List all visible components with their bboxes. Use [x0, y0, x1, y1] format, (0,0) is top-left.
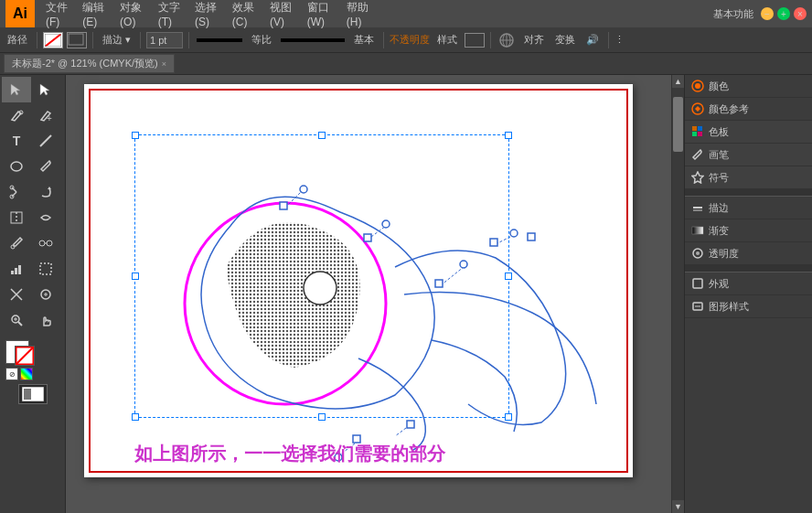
- eyedropper-tool[interactable]: [2, 230, 31, 256]
- panel-stroke[interactable]: 描边: [685, 197, 812, 219]
- pen-tool[interactable]: [2, 102, 31, 128]
- stroke-swatch[interactable]: [15, 346, 35, 366]
- scroll-up-btn[interactable]: ▲: [672, 75, 685, 88]
- graphic-styles-icon: [690, 299, 705, 314]
- panel-transparency[interactable]: 透明度: [685, 242, 812, 265]
- tool-row-5: [2, 179, 63, 205]
- color-icon[interactable]: [20, 368, 33, 380]
- minimize-button[interactable]: −: [761, 7, 774, 20]
- menu-object[interactable]: 对象(O): [114, 0, 151, 30]
- menu-window[interactable]: 窗口(W): [302, 0, 339, 30]
- panel-symbols-label: 符号: [709, 171, 729, 185]
- toolbar-sep-6: [490, 32, 491, 48]
- svg-line-13: [12, 187, 16, 192]
- ellipse-tool[interactable]: [2, 154, 31, 179]
- path-label: 路径: [4, 31, 31, 48]
- panel-color-ref[interactable]: 颜色参考: [685, 98, 812, 121]
- color-ref-icon: [690, 102, 705, 116]
- stroke-type-dropdown[interactable]: 描边 ▾: [99, 31, 134, 48]
- close-button[interactable]: ×: [794, 7, 807, 20]
- color-mode-icons: ⊘: [5, 368, 33, 380]
- panel-symbols[interactable]: 符号: [685, 166, 812, 189]
- slice-tool[interactable]: [2, 282, 31, 307]
- opacity-label[interactable]: 不透明度: [390, 33, 430, 47]
- svg-point-64: [695, 83, 700, 89]
- document-tab[interactable]: 未标题-2* @ 121% (CMYK/预览) ×: [4, 54, 175, 73]
- tab-title: 未标题-2* @ 121% (CMYK/预览): [12, 57, 158, 70]
- menu-edit[interactable]: 编辑(E): [77, 0, 112, 30]
- fill-color-box[interactable]: [67, 32, 87, 48]
- scissors-tool[interactable]: [2, 179, 31, 205]
- scroll-down-btn[interactable]: ▼: [672, 500, 685, 513]
- panel-color-ref-label: 颜色参考: [709, 102, 749, 116]
- menu-bar: 文件(F) 编辑(E) 对象(O) 文字(T) 选择(S) 效果(C) 视图(V…: [40, 0, 377, 30]
- screen-mode-btn[interactable]: [18, 384, 48, 404]
- panel-appearance-label: 外观: [709, 277, 729, 291]
- stroke-color-box[interactable]: [43, 32, 63, 48]
- warp-tool[interactable]: [31, 205, 60, 230]
- direct-select-tool[interactable]: [31, 77, 60, 102]
- zoom-tool[interactable]: [2, 307, 31, 333]
- style-label[interactable]: 样式: [433, 31, 461, 48]
- svg-point-59: [382, 220, 390, 228]
- svg-rect-73: [692, 227, 703, 234]
- panel-gradient[interactable]: 渐变: [685, 219, 812, 242]
- transform-label[interactable]: 变换: [551, 31, 579, 48]
- paintbrush-tool[interactable]: [31, 154, 60, 179]
- color-icon: [690, 79, 705, 93]
- main-toolbar: 路径 描边 ▾ 等比 基本 不透明度 样式 对齐 变换 🔊 ⋮: [0, 27, 812, 53]
- stroke-preview-long: [281, 38, 345, 42]
- scroll-thumb[interactable]: [673, 97, 683, 152]
- type-tool[interactable]: T: [2, 128, 31, 154]
- menu-select[interactable]: 选择(S): [189, 0, 225, 30]
- menu-view[interactable]: 视图(V): [264, 0, 300, 30]
- hand-tool[interactable]: [31, 307, 60, 333]
- svg-rect-25: [15, 268, 17, 274]
- toolbar-sep-5: [383, 32, 384, 48]
- maximize-button[interactable]: +: [777, 7, 790, 20]
- svg-rect-69: [698, 132, 702, 136]
- menu-effect[interactable]: 效果(C): [227, 0, 262, 30]
- blend-tool[interactable]: [31, 230, 60, 256]
- toolbar-sep-7: [608, 32, 609, 48]
- panel-appearance[interactable]: 外观: [685, 273, 812, 295]
- basic-dropdown[interactable]: 基本: [350, 31, 378, 48]
- panel-brushes[interactable]: 画笔: [685, 144, 812, 166]
- stroke-width-input[interactable]: [146, 32, 183, 48]
- svg-point-21: [39, 240, 45, 246]
- rotate-tool[interactable]: [31, 179, 60, 205]
- transparency-icon: [690, 246, 705, 261]
- svg-rect-27: [40, 263, 51, 274]
- panel-swatches[interactable]: 色板: [685, 121, 812, 144]
- menu-file[interactable]: 文件(F): [40, 0, 75, 30]
- panel-divider-1: [685, 189, 812, 197]
- style-preview[interactable]: [465, 33, 485, 48]
- right-panel: 颜色 颜色参考 色板 画笔 符号: [684, 75, 812, 513]
- symbol-sprayer-tool[interactable]: [31, 282, 60, 307]
- extra-btn[interactable]: 🔊: [582, 32, 603, 48]
- menu-help[interactable]: 帮助(H): [341, 0, 377, 30]
- reflect-tool[interactable]: [2, 205, 31, 230]
- svg-rect-26: [18, 265, 21, 274]
- extra-options[interactable]: ⋮: [614, 34, 625, 46]
- scroll-track[interactable]: [672, 88, 684, 500]
- title-bar: Ai 文件(F) 编辑(E) 对象(O) 文字(T) 选择(S) 效果(C) 视…: [0, 0, 812, 27]
- vertical-scrollbar: ▲ ▼: [671, 75, 684, 513]
- equal-ratio-dropdown[interactable]: 等比: [248, 31, 275, 48]
- column-graph-tool[interactable]: [2, 256, 31, 282]
- svg-rect-67: [698, 126, 702, 131]
- panel-gradient-label: 渐变: [709, 224, 729, 238]
- none-icon[interactable]: ⊘: [5, 368, 18, 380]
- panel-graphic-styles[interactable]: 图形样式: [685, 295, 812, 318]
- svg-line-14: [12, 192, 16, 197]
- artboard-tool[interactable]: [31, 256, 60, 282]
- stroke-icon: [690, 200, 705, 215]
- tab-close-btn[interactable]: ×: [162, 59, 166, 69]
- line-tool[interactable]: [31, 128, 60, 154]
- align-label[interactable]: 对齐: [520, 31, 548, 48]
- select-tool[interactable]: [2, 77, 31, 102]
- menu-text[interactable]: 文字(T): [153, 0, 187, 30]
- add-anchor-tool[interactable]: +: [31, 102, 60, 128]
- panel-color[interactable]: 颜色: [685, 75, 812, 98]
- globe-icon[interactable]: [497, 30, 517, 50]
